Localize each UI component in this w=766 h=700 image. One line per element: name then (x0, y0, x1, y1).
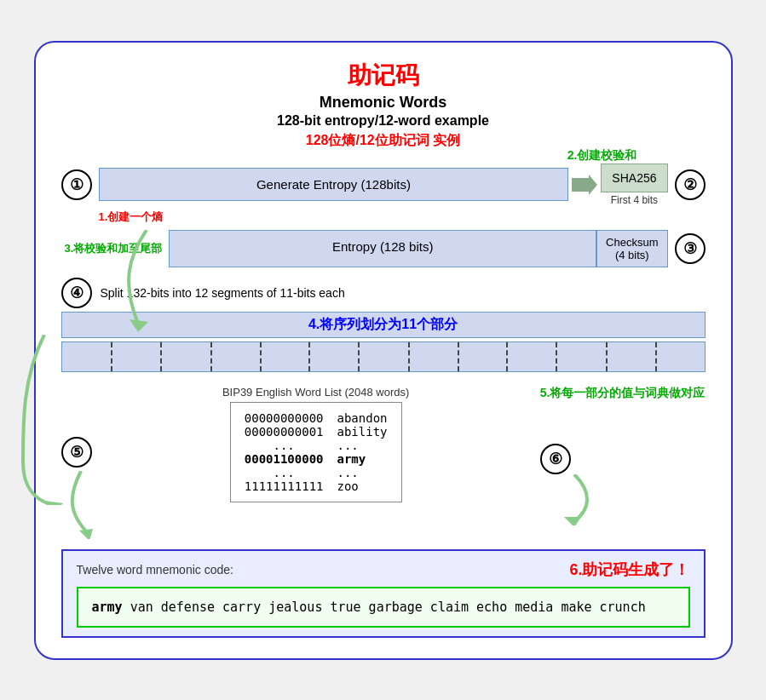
svg-marker-1 (130, 319, 148, 332)
title-en1: Mnemonic Words (61, 94, 706, 112)
step1-row: ① Generate Entropy (128bits) SHA256 Firs… (61, 164, 706, 206)
checksum-bits: (4 bits) (615, 249, 649, 261)
title-zh2: 128位熵/12位助记词 实例 (61, 132, 706, 150)
bip39-words-col: abandon ability ... army ... zoo (337, 411, 388, 493)
mnemonic-word-army: army (92, 600, 123, 615)
step5-area: ⑤ BIP39 English Word List (2048 words) 0… (61, 386, 706, 539)
step6-arrow-icon (549, 474, 600, 525)
svg-marker-3 (79, 529, 93, 539)
bip39-row-4-bits: 00001100000 (245, 452, 324, 466)
first4bits: First 4 bits (611, 194, 658, 206)
bip39-row-5-bits: ... (245, 466, 324, 479)
bip39-row-3-word: ... (337, 439, 388, 452)
label-step5: 5.将每一部分的值与词典做对应 (540, 386, 706, 401)
bip39-row-2-bits: 00000000001 (245, 425, 324, 439)
mnemonic-output: army van defense carry jealous true garb… (77, 587, 690, 628)
bip39-label: BIP39 English Word List (2048 words) (222, 386, 409, 399)
twelve-word-label: Twelve word mnemonic code: (77, 563, 233, 577)
bip39-row-5-word: ... (337, 466, 388, 479)
bip39-container: BIP39 English Word List (2048 words) 000… (109, 386, 523, 502)
title-zh: 助记码 (61, 60, 706, 92)
bip39-row-1-bits: 00000000000 (245, 411, 324, 425)
circle-3: ③ (675, 233, 706, 264)
circle-1: ① (61, 169, 92, 200)
mnemonic-rest: van defense carry jealous true garbage c… (123, 600, 646, 615)
step4-to-step5-arrow-icon (19, 335, 70, 505)
bip39-row-1-word: abandon (337, 411, 388, 425)
title-en2: 128-bit entropy/12-word example (61, 113, 706, 129)
left-arrow-down-icon (112, 230, 181, 332)
segments-bar (61, 341, 706, 372)
checksum-box: Checksum (4 bits) (596, 230, 667, 267)
bip39-table: 00000000000 00000000001 ... 00001100000 … (230, 402, 402, 502)
bip39-row-3-bits: ... (245, 439, 324, 452)
label-step2: 2.创建校验和 (567, 148, 637, 164)
label-step1: 1.创建一个熵 (99, 209, 706, 225)
svg-marker-0 (572, 175, 597, 195)
sha-box: SHA256 (601, 164, 667, 192)
main-container: 助记码 Mnemonic Words 128-bit entropy/12-wo… (34, 41, 733, 660)
label-step6: 6.助记码生成了！ (569, 559, 689, 580)
bip39-row-4-word: army (337, 452, 388, 466)
bip39-row-2-word: ability (337, 425, 388, 439)
arrow-to-sha-icon (572, 175, 597, 195)
step6-header: Twelve word mnemonic code: 6.助记码生成了！ (77, 559, 690, 580)
entropy128-box: Entropy (128 bits) (169, 230, 596, 267)
svg-marker-4 (564, 517, 581, 525)
sha-col: SHA256 First 4 bits (601, 164, 667, 206)
step6-area: Twelve word mnemonic code: 6.助记码生成了！ arm… (61, 549, 706, 638)
circle-4: ④ (61, 278, 92, 308)
bip39-bits-col: 00000000000 00000000001 ... 00001100000 … (245, 411, 324, 493)
bip39-row-6-word: zoo (337, 479, 388, 493)
circle-2: ② (675, 169, 706, 200)
entropy-box: Generate Entropy (128bits) (99, 168, 569, 201)
bip39-row-6-bits: 11111111111 (245, 479, 324, 493)
checksum-label: Checksum (606, 236, 658, 249)
svg-marker-2 (44, 501, 63, 505)
circle-6: ⑥ (540, 444, 571, 474)
